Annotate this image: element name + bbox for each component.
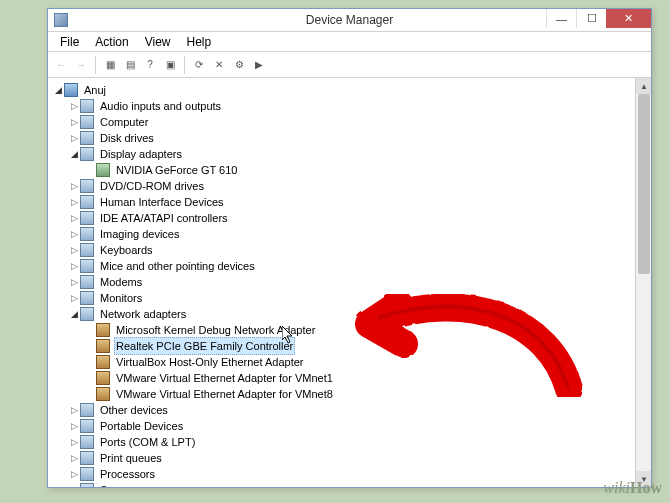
scroll-thumb[interactable] (638, 94, 650, 274)
expand-icon[interactable]: ▷ (68, 226, 80, 242)
enable-button[interactable]: ▶ (250, 56, 268, 74)
watermark: wikiHow (603, 479, 662, 497)
computer-icon (64, 83, 78, 97)
cat-icon (80, 131, 94, 145)
tree-label: VMware Virtual Ethernet Adapter for VMne… (114, 386, 335, 402)
expand-icon[interactable]: ▷ (68, 258, 80, 274)
vertical-scrollbar[interactable]: ▲ ▼ (635, 78, 651, 487)
expand-icon[interactable]: ▷ (68, 210, 80, 226)
tree-label: Computer (98, 114, 150, 130)
back-button: ← (52, 56, 70, 74)
titlebar: Device Manager — ☐ ✕ (48, 9, 651, 32)
tree-item[interactable]: ▷DVD/CD-ROM drives (52, 178, 651, 194)
expand-icon[interactable]: ▷ (68, 274, 80, 290)
tree-item[interactable]: ▷Mice and other pointing devices (52, 258, 651, 274)
scan-hardware-button[interactable]: ⚙ (230, 56, 248, 74)
minimize-button[interactable]: — (546, 9, 576, 28)
toolbar-separator (95, 56, 96, 74)
collapse-icon[interactable]: ◢ (52, 82, 64, 98)
cat-icon (80, 435, 94, 449)
net-icon (96, 355, 110, 369)
expand-icon[interactable]: ▷ (68, 418, 80, 434)
cat-icon (80, 291, 94, 305)
tree-item[interactable]: ▷Audio inputs and outputs (52, 98, 651, 114)
tree-label: Portable Devices (98, 418, 185, 434)
tree-item[interactable]: ▷Disk drives (52, 130, 651, 146)
maximize-button[interactable]: ☐ (576, 9, 606, 28)
expand-icon[interactable]: ▷ (68, 290, 80, 306)
toolbar-separator (184, 56, 185, 74)
tree-item[interactable]: VirtualBox Host-Only Ethernet Adapter (52, 354, 651, 370)
properties-button[interactable]: ▤ (121, 56, 139, 74)
menu-view[interactable]: View (137, 33, 179, 51)
tree-label: Ports (COM & LPT) (98, 434, 197, 450)
cat-icon (80, 243, 94, 257)
tree-item[interactable]: ▷Computer (52, 114, 651, 130)
cat-icon (80, 227, 94, 241)
update-driver-button[interactable]: ⟳ (190, 56, 208, 74)
menubar: File Action View Help (48, 32, 651, 52)
tree-item[interactable]: ▷Keyboards (52, 242, 651, 258)
cat-icon (80, 467, 94, 481)
cat-icon (80, 179, 94, 193)
tree-label: Microsoft Kernel Debug Network Adapter (114, 322, 317, 338)
device-tree[interactable]: ◢Anuj▷Audio inputs and outputs▷Computer▷… (48, 78, 651, 487)
menu-help[interactable]: Help (179, 33, 220, 51)
tree-item[interactable]: Microsoft Kernel Debug Network Adapter (52, 322, 651, 338)
help-button[interactable]: ? (141, 56, 159, 74)
cat-icon (80, 99, 94, 113)
expand-icon[interactable]: ▷ (68, 178, 80, 194)
expand-icon[interactable]: ▷ (68, 450, 80, 466)
expand-icon[interactable]: ▷ (68, 98, 80, 114)
tree-item[interactable]: ▷IDE ATA/ATAPI controllers (52, 210, 651, 226)
expand-icon[interactable]: ▷ (68, 130, 80, 146)
expand-icon[interactable]: ▷ (68, 402, 80, 418)
window-controls: — ☐ ✕ (546, 9, 651, 28)
tree-item[interactable]: ▷Imaging devices (52, 226, 651, 242)
tree-item[interactable]: ▷Processors (52, 466, 651, 482)
show-hidden-button[interactable]: ▦ (101, 56, 119, 74)
toolbar: ← → ▦ ▤ ? ▣ ⟳ ✕ ⚙ ▶ (48, 52, 651, 78)
tree-item[interactable]: ◢Network adapters (52, 306, 651, 322)
uninstall-button[interactable]: ✕ (210, 56, 228, 74)
tree-label: Mice and other pointing devices (98, 258, 257, 274)
tree-item[interactable]: VMware Virtual Ethernet Adapter for VMne… (52, 386, 651, 402)
tree-item[interactable]: ◢Display adapters (52, 146, 651, 162)
expand-icon[interactable]: ▷ (68, 194, 80, 210)
tree-item[interactable]: NVIDIA GeForce GT 610 (52, 162, 651, 178)
cat-icon (80, 195, 94, 209)
forward-button: → (72, 56, 90, 74)
cat-icon (80, 483, 94, 487)
app-icon (54, 13, 68, 27)
tree-item[interactable]: ▷Portable Devices (52, 418, 651, 434)
expand-icon[interactable]: ▷ (68, 466, 80, 482)
tree-label: Disk drives (98, 130, 156, 146)
tree-item[interactable]: ▷Other devices (52, 402, 651, 418)
menu-file[interactable]: File (52, 33, 87, 51)
tree-label: Network adapters (98, 306, 188, 322)
tree-item[interactable]: ▷Monitors (52, 290, 651, 306)
cat-icon (80, 211, 94, 225)
tree-label: Audio inputs and outputs (98, 98, 223, 114)
tree-label: VMware Virtual Ethernet Adapter for VMne… (114, 370, 335, 386)
tree-item-selected[interactable]: Realtek PCIe GBE Family Controller (52, 338, 651, 354)
expand-icon[interactable]: ▷ (68, 114, 80, 130)
tree-item[interactable]: ◢Anuj (52, 82, 651, 98)
expand-icon[interactable]: ▷ (68, 434, 80, 450)
tree-item[interactable]: ▷Modems (52, 274, 651, 290)
tree-label: IDE ATA/ATAPI controllers (98, 210, 230, 226)
scroll-up-button[interactable]: ▲ (636, 78, 651, 94)
tree-item[interactable]: ▷Sensors (52, 482, 651, 487)
expand-icon[interactable]: ▷ (68, 242, 80, 258)
tree-item[interactable]: ▷Ports (COM & LPT) (52, 434, 651, 450)
refresh-button[interactable]: ▣ (161, 56, 179, 74)
collapse-icon[interactable]: ◢ (68, 146, 80, 162)
menu-action[interactable]: Action (87, 33, 136, 51)
tree-item[interactable]: VMware Virtual Ethernet Adapter for VMne… (52, 370, 651, 386)
tree-item[interactable]: ▷Human Interface Devices (52, 194, 651, 210)
dev-icon (96, 163, 110, 177)
expand-icon[interactable]: ▷ (68, 482, 80, 487)
collapse-icon[interactable]: ◢ (68, 306, 80, 322)
close-button[interactable]: ✕ (606, 9, 651, 28)
tree-item[interactable]: ▷Print queues (52, 450, 651, 466)
